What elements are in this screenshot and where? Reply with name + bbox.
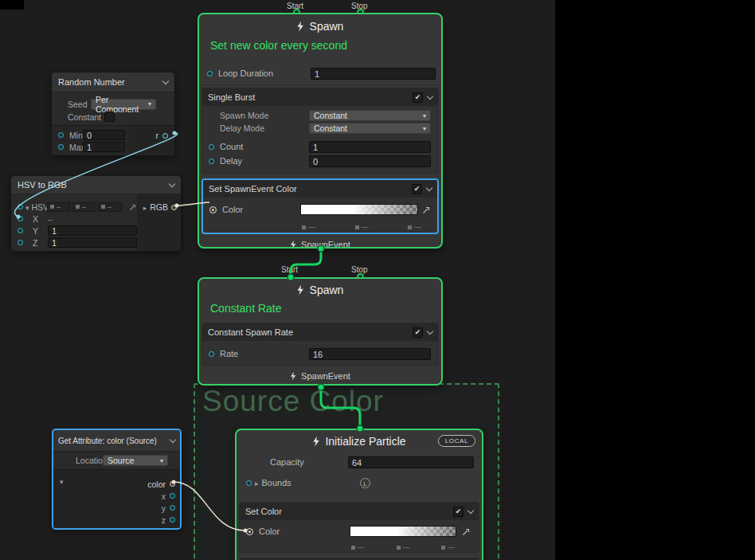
block-set-color[interactable]: Set Color Color — — — [239, 502, 479, 553]
output-port[interactable] [171, 205, 177, 210]
row-spawn-mode: Spawn Mode Constant [202, 109, 438, 122]
output-port[interactable] [170, 493, 175, 499]
block-enabled-checkbox[interactable] [453, 507, 464, 517]
constant-checkbox[interactable] [104, 112, 115, 122]
row-rate: Rate 16 [202, 344, 438, 363]
input-port[interactable] [18, 216, 23, 221]
y-field[interactable]: 1 [48, 225, 137, 236]
output-port[interactable] [170, 517, 175, 523]
chevron-down-icon[interactable] [467, 507, 474, 513]
output-label: x [162, 491, 166, 501]
window-corner [0, 0, 24, 10]
block-header: Set SpawnEvent Color [203, 180, 437, 198]
z-field[interactable]: 1 [48, 237, 137, 248]
row-constant: Constant [52, 111, 174, 123]
context-title: Spawn [199, 279, 441, 301]
row-color-components: — — — [203, 221, 437, 233]
row-bounds: Bounds L [237, 472, 482, 494]
output-port[interactable] [162, 133, 168, 139]
row-location: Location Source [53, 452, 180, 469]
row-loop-duration: Loop Duration 1 [199, 62, 441, 84]
block-title: Constant Spawn Rate [208, 327, 293, 337]
spawn-mode-dropdown[interactable]: Constant [309, 110, 431, 121]
block-title: Set SpawnEvent Color [209, 184, 297, 194]
input-port[interactable] [207, 71, 213, 76]
node-get-attribute-color[interactable]: Get Attribute: color (Source) Location S… [52, 429, 182, 530]
context-note[interactable]: Constant Rate [199, 301, 441, 320]
flow-output-label: SpawnEvent [301, 371, 350, 381]
output-y: y [53, 502, 180, 514]
max-field[interactable]: 1 [83, 142, 125, 152]
input-port[interactable] [209, 144, 214, 150]
row-label: Z [33, 238, 37, 248]
block-header: Set Color [240, 503, 479, 520]
flow-output: SpawnEvent [199, 234, 441, 249]
context-spawn-2[interactable]: Spawn Constant Rate Constant Spawn Rate … [198, 277, 443, 386]
lightning-icon [297, 22, 304, 32]
expand-arrow-icon[interactable] [129, 203, 137, 211]
hdr-picker-icon[interactable] [462, 527, 471, 536]
delay-mode-dropdown[interactable]: Constant [309, 123, 431, 134]
block-enabled-checkbox[interactable] [412, 184, 422, 194]
block-enabled-checkbox[interactable] [413, 327, 423, 338]
block-enabled-checkbox[interactable] [413, 92, 423, 103]
hdr-picker-icon[interactable] [422, 206, 431, 214]
block-set-spawnevent-color[interactable]: Set SpawnEvent Color Color — — — [201, 178, 439, 234]
context-title-label: Initialize Particle [325, 435, 405, 448]
letterbox-right [555, 0, 755, 560]
seed-dropdown[interactable]: Per Component [91, 99, 156, 110]
rate-field[interactable]: 16 [309, 348, 431, 360]
expander-icon[interactable] [255, 478, 259, 488]
context-initialize-particle[interactable]: Initialize Particle LOCAL Capacity 64 Bo… [235, 429, 483, 560]
context-note[interactable]: Set new color every second [199, 38, 441, 62]
block-header: Single Burst [202, 88, 438, 106]
delay-field[interactable]: 0 [309, 155, 431, 167]
location-dropdown[interactable]: Source [103, 455, 168, 466]
input-port[interactable] [209, 351, 214, 357]
output-port[interactable] [170, 481, 175, 487]
chevron-down-icon[interactable] [427, 327, 433, 334]
count-field[interactable]: 1 [309, 141, 431, 153]
output-port[interactable] [170, 505, 175, 511]
setting-label: Delay Mode [220, 123, 264, 133]
row-color: Color [240, 520, 479, 542]
input-port[interactable] [58, 144, 64, 150]
color-gradient-field[interactable] [300, 204, 418, 215]
color-input-port[interactable] [246, 528, 253, 535]
block-single-burst[interactable]: Single Burst Spawn Mode Constant Delay M… [201, 88, 439, 174]
output-label: RGB [150, 202, 168, 212]
output-label: color [147, 480, 166, 489]
input-port[interactable] [18, 204, 23, 210]
block-constant-spawn-rate[interactable]: Constant Spawn Rate Rate 16 [201, 323, 439, 366]
row-delay: Delay 0 [202, 154, 438, 168]
color-input-port[interactable] [209, 206, 217, 213]
collapse-icon[interactable] [170, 436, 176, 442]
input-port[interactable] [246, 480, 252, 486]
node-random-number[interactable]: Random Number Seed Per Component Constan… [51, 72, 175, 156]
expander-icon[interactable] [25, 202, 29, 212]
chevron-down-icon[interactable] [426, 184, 432, 190]
row-x: X – [11, 213, 181, 225]
output-label: y [162, 503, 166, 513]
input-port[interactable] [209, 159, 214, 164]
group-title[interactable]: Source Color [202, 385, 384, 418]
input-port[interactable] [18, 228, 23, 233]
min-field[interactable]: 0 [83, 130, 125, 140]
input-port[interactable] [58, 132, 64, 138]
loop-duration-field[interactable]: 1 [311, 68, 436, 80]
space-badge[interactable]: LOCAL [438, 435, 475, 447]
row-label: Count [220, 142, 243, 151]
expander-icon[interactable] [143, 202, 147, 212]
bounds-space-toggle[interactable]: L [360, 478, 370, 488]
row-label: Delay [220, 156, 242, 166]
color-gradient-field[interactable] [350, 526, 456, 537]
input-port[interactable] [18, 240, 23, 245]
node-hsv-to-rgb[interactable]: HSV to RGB HSV – – – X – Y 1 [10, 175, 182, 252]
collapse-icon[interactable] [162, 77, 169, 84]
context-spawn-1[interactable]: Spawn Set new color every second Loop Du… [198, 13, 443, 249]
setting-label: Seed [68, 100, 88, 109]
collapse-icon[interactable] [169, 180, 175, 186]
row-label: Bounds [262, 478, 291, 488]
chevron-down-icon[interactable] [427, 92, 433, 99]
capacity-field[interactable]: 64 [348, 456, 474, 468]
